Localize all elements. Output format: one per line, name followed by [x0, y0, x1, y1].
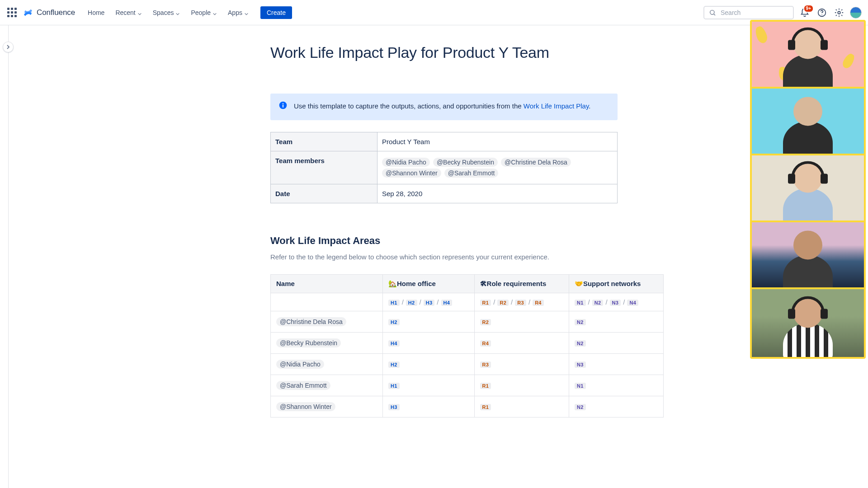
legend-cell: H1/H2/H3/H4 [383, 293, 475, 311]
impact-cell: H2 [383, 353, 475, 375]
legend-cell: R1/R2/R3/R4 [474, 293, 569, 311]
video-tile[interactable] [752, 289, 864, 357]
page-content: Work Life Impact Play for Product Y Team… [270, 25, 623, 418]
impact-cell: H2 [383, 311, 475, 332]
video-tile[interactable] [752, 89, 864, 155]
impact-cell: R1 [474, 396, 569, 417]
chevron-down-icon [137, 10, 142, 15]
impact-cell: N2 [569, 332, 663, 353]
search-icon [709, 9, 716, 16]
product-logo[interactable]: Confluence [23, 7, 75, 18]
impact-tag: H2 [388, 319, 400, 325]
global-nav: Confluence Home Recent Spaces People App… [0, 0, 868, 25]
impact-subheading: Refer to the to the legend below to choo… [270, 253, 623, 261]
row-name-cell: @Shannon Winter [271, 396, 383, 417]
impact-cell: H3 [383, 396, 475, 417]
video-tile[interactable] [752, 22, 864, 89]
video-tile[interactable] [752, 222, 864, 289]
settings-button[interactable] [833, 6, 845, 19]
impact-tag: R2 [497, 300, 509, 306]
impact-tag: H1 [388, 300, 400, 306]
expand-sidebar-button[interactable] [3, 42, 14, 52]
info-icon [278, 101, 288, 113]
chevron-down-icon [244, 10, 249, 15]
user-mention[interactable]: @Becky Rubenstein [276, 338, 341, 347]
video-tile[interactable] [752, 155, 864, 222]
table-row: @Becky RubensteinH4R4N2 [271, 332, 664, 353]
impact-tag: N2 [575, 319, 586, 325]
nav-home[interactable]: Home [83, 6, 109, 19]
row-name-cell: @Christine Dela Rosa [271, 311, 383, 332]
svg-point-5 [283, 103, 283, 104]
product-name: Confluence [37, 8, 75, 17]
help-button[interactable] [816, 6, 828, 19]
svg-rect-6 [283, 104, 283, 108]
search-input[interactable] [720, 9, 788, 17]
impact-tag: H3 [388, 404, 400, 410]
legend-blank [271, 293, 383, 311]
gear-icon [834, 8, 844, 18]
row-name-cell: @Nidia Pacho [271, 353, 383, 375]
impact-cell: N3 [569, 353, 663, 375]
nav-people[interactable]: People [186, 6, 222, 19]
info-panel-text: Use this template to capture the outputs… [294, 101, 590, 113]
sidebar-divider [8, 25, 9, 488]
info-panel-link[interactable]: Work Life Impact Play [524, 102, 589, 110]
impact-heading: Work Life Impact Areas [270, 235, 623, 247]
table-row: @Sarah EmmottH1R1N1 [271, 375, 664, 396]
video-call-overlay[interactable] [750, 20, 866, 359]
nav-spaces[interactable]: Spaces [148, 6, 185, 19]
svg-point-2 [821, 14, 822, 14]
impact-tag: R1 [480, 404, 491, 410]
meta-label-team: Team [271, 132, 377, 151]
user-mention[interactable]: @Sarah Emmott [444, 169, 499, 178]
profile-avatar[interactable] [850, 7, 862, 19]
app-switcher-icon[interactable] [6, 7, 17, 18]
page-title: Work Life Impact Play for Product Y Team [270, 43, 623, 62]
chevron-down-icon [175, 10, 180, 15]
user-mention[interactable]: @Shannon Winter [276, 402, 335, 411]
help-icon [817, 8, 827, 18]
user-mention[interactable]: @Sarah Emmott [276, 381, 330, 390]
impact-tag: H1 [388, 383, 400, 389]
user-mention[interactable]: @Becky Rubenstein [433, 158, 498, 167]
confluence-icon [23, 7, 33, 18]
impact-cell: R1 [474, 375, 569, 396]
user-mention[interactable]: @Christine Dela Rosa [276, 317, 346, 326]
row-name-cell: @Becky Rubenstein [271, 332, 383, 353]
impact-cell: N2 [569, 311, 663, 332]
col-support: 🤝Support networks [569, 274, 663, 293]
nav-right-group: 9+ [703, 6, 862, 19]
user-mention[interactable]: @Christine Dela Rosa [501, 158, 571, 167]
legend-cell: N1/N2/N3/N4 [569, 293, 663, 311]
table-row: @Nidia PachoH2R3N3 [271, 353, 664, 375]
search-field[interactable] [703, 6, 794, 19]
info-panel: Use this template to capture the outputs… [270, 94, 618, 120]
user-mention[interactable]: @Nidia Pacho [276, 360, 324, 369]
impact-tag: N2 [592, 300, 604, 306]
col-role: 🛠Role requirements [474, 274, 569, 293]
impact-tag: N3 [610, 300, 621, 306]
impact-tag: R3 [480, 361, 491, 368]
user-mention[interactable]: @Nidia Pacho [382, 158, 430, 167]
primary-nav: Home Recent Spaces People Apps Create [83, 6, 292, 19]
meta-label-date: Date [271, 184, 377, 203]
meta-row-members: Team members @Nidia Pacho @Becky Rubenst… [271, 151, 618, 184]
col-home: 🏡Home office [383, 274, 475, 293]
meta-row-date: Date Sep 28, 2020 [271, 184, 618, 203]
svg-point-0 [710, 10, 714, 14]
meta-value-date: Sep 28, 2020 [377, 184, 618, 203]
impact-tag: N4 [627, 300, 638, 306]
create-button[interactable]: Create [260, 6, 292, 19]
impact-tag: N1 [575, 300, 586, 306]
user-mention[interactable]: @Shannon Winter [382, 169, 441, 178]
impact-tag: N1 [575, 383, 586, 389]
nav-recent[interactable]: Recent [111, 6, 146, 19]
meta-label-members: Team members [271, 151, 377, 184]
impact-table: Name 🏡Home office 🛠Role requirements 🤝Su… [270, 274, 664, 418]
impact-tag: H4 [388, 340, 400, 347]
impact-tag: N2 [575, 340, 586, 347]
notifications-button[interactable]: 9+ [798, 6, 811, 19]
notification-badge: 9+ [803, 5, 814, 13]
nav-apps[interactable]: Apps [223, 6, 253, 19]
